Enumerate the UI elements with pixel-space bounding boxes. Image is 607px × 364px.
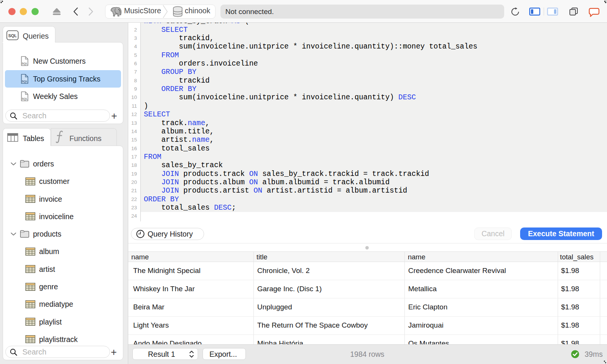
svg-text:SQL: SQL	[22, 97, 28, 100]
svg-text:SQL: SQL	[8, 33, 17, 38]
svg-text:SQL: SQL	[22, 62, 28, 65]
svg-text:SQL: SQL	[22, 80, 28, 83]
